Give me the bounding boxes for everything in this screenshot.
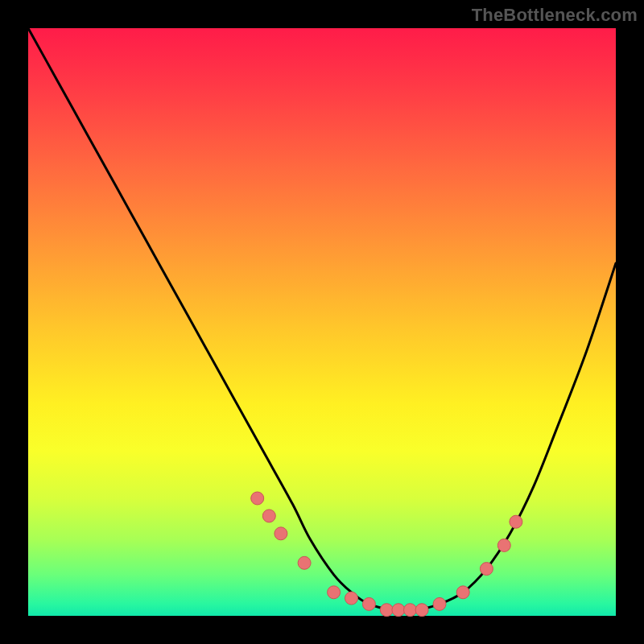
gradient-plot-area [28,28,616,616]
attribution-watermark: TheBottleneck.com [472,5,638,26]
outer-frame: TheBottleneck.com [0,0,644,644]
